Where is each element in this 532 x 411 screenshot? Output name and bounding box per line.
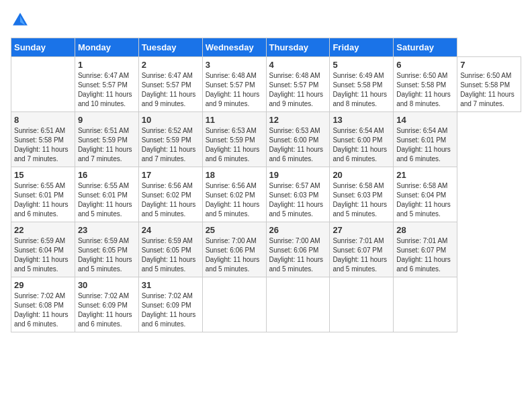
week-row-2: 8Sunrise: 6:51 AMSunset: 5:58 PMDaylight…: [11, 112, 521, 167]
calendar-cell: 12Sunrise: 6:53 AMSunset: 6:00 PMDayligh…: [266, 112, 330, 167]
day-number: 30: [78, 280, 136, 290]
week-row-4: 22Sunrise: 6:59 AMSunset: 6:04 PMDayligh…: [11, 222, 521, 277]
week-row-1: 1Sunrise: 6:47 AMSunset: 5:57 PMDaylight…: [11, 57, 521, 112]
day-number: 29: [14, 280, 72, 290]
day-info: Sunrise: 7:00 AMSunset: 6:06 PMDaylight:…: [269, 236, 327, 274]
day-info: Sunrise: 6:48 AMSunset: 5:57 PMDaylight:…: [206, 71, 263, 109]
page-header: [11, 11, 521, 30]
week-row-5: 29Sunrise: 7:02 AMSunset: 6:08 PMDayligh…: [11, 277, 521, 332]
day-header-friday: Friday: [330, 38, 394, 57]
calendar-table: SundayMondayTuesdayWednesdayThursdayFrid…: [11, 38, 521, 332]
day-number: 8: [14, 115, 72, 125]
day-info: Sunrise: 7:00 AMSunset: 6:06 PMDaylight:…: [206, 236, 263, 274]
day-info: Sunrise: 7:01 AMSunset: 6:07 PMDaylight:…: [396, 236, 454, 274]
day-info: Sunrise: 6:54 AMSunset: 6:00 PMDaylight:…: [332, 126, 390, 164]
calendar-cell: 24Sunrise: 6:59 AMSunset: 6:05 PMDayligh…: [138, 222, 202, 277]
calendar-cell: 27Sunrise: 7:01 AMSunset: 6:07 PMDayligh…: [330, 222, 394, 277]
calendar-cell: 19Sunrise: 6:57 AMSunset: 6:03 PMDayligh…: [266, 167, 330, 222]
day-number: 6: [396, 60, 454, 70]
calendar-cell: 22Sunrise: 6:59 AMSunset: 6:04 PMDayligh…: [11, 222, 75, 277]
day-header-thursday: Thursday: [266, 38, 330, 57]
day-info: Sunrise: 6:55 AMSunset: 6:01 PMDaylight:…: [14, 181, 72, 219]
calendar-cell: [11, 57, 75, 112]
calendar-cell: 17Sunrise: 6:56 AMSunset: 6:02 PMDayligh…: [138, 167, 202, 222]
calendar-cell: 31Sunrise: 7:02 AMSunset: 6:09 PMDayligh…: [138, 277, 202, 332]
day-info: Sunrise: 6:47 AMSunset: 5:57 PMDaylight:…: [142, 71, 200, 109]
day-info: Sunrise: 6:59 AMSunset: 6:04 PMDaylight:…: [14, 236, 72, 274]
calendar-cell: [202, 277, 266, 332]
day-info: Sunrise: 6:56 AMSunset: 6:02 PMDaylight:…: [206, 181, 263, 219]
calendar-cell: 18Sunrise: 6:56 AMSunset: 6:02 PMDayligh…: [202, 167, 266, 222]
calendar-cell: 6Sunrise: 6:50 AMSunset: 5:58 PMDaylight…: [394, 57, 457, 112]
day-header-monday: Monday: [75, 38, 138, 57]
calendar-cell: 9Sunrise: 6:51 AMSunset: 5:59 PMDaylight…: [75, 112, 138, 167]
calendar-cell: 15Sunrise: 6:55 AMSunset: 6:01 PMDayligh…: [11, 167, 75, 222]
header-row: SundayMondayTuesdayWednesdayThursdayFrid…: [11, 38, 521, 57]
calendar-cell: 16Sunrise: 6:55 AMSunset: 6:01 PMDayligh…: [75, 167, 138, 222]
day-number: 1: [78, 60, 136, 70]
day-info: Sunrise: 6:51 AMSunset: 5:58 PMDaylight:…: [14, 126, 72, 164]
day-number: 19: [269, 170, 327, 180]
day-number: 26: [269, 225, 327, 235]
day-number: 17: [142, 170, 200, 180]
day-number: 23: [78, 225, 136, 235]
day-number: 16: [78, 170, 136, 180]
day-number: 11: [206, 115, 263, 125]
day-info: Sunrise: 7:02 AMSunset: 6:09 PMDaylight:…: [142, 291, 200, 329]
day-header-saturday: Saturday: [394, 38, 457, 57]
day-info: Sunrise: 6:57 AMSunset: 6:03 PMDaylight:…: [269, 181, 327, 219]
day-number: 18: [206, 170, 263, 180]
day-number: 25: [206, 225, 263, 235]
day-number: 22: [14, 225, 72, 235]
calendar-cell: 26Sunrise: 7:00 AMSunset: 6:06 PMDayligh…: [266, 222, 330, 277]
calendar-cell: 29Sunrise: 7:02 AMSunset: 6:08 PMDayligh…: [11, 277, 75, 332]
logo-icon: [11, 11, 30, 30]
day-number: 21: [396, 170, 454, 180]
calendar-cell: 28Sunrise: 7:01 AMSunset: 6:07 PMDayligh…: [394, 222, 457, 277]
day-info: Sunrise: 7:02 AMSunset: 6:08 PMDaylight:…: [14, 291, 72, 329]
day-info: Sunrise: 6:49 AMSunset: 5:58 PMDaylight:…: [332, 71, 390, 109]
day-info: Sunrise: 6:53 AMSunset: 5:59 PMDaylight:…: [206, 126, 263, 164]
day-info: Sunrise: 6:50 AMSunset: 5:58 PMDaylight:…: [396, 71, 454, 109]
day-number: 14: [396, 115, 454, 125]
day-number: 24: [142, 225, 200, 235]
day-info: Sunrise: 6:50 AMSunset: 5:58 PMDaylight:…: [460, 71, 518, 109]
day-number: 20: [332, 170, 390, 180]
day-number: 31: [142, 280, 200, 290]
day-number: 12: [269, 115, 327, 125]
calendar-cell: 21Sunrise: 6:58 AMSunset: 6:04 PMDayligh…: [394, 167, 457, 222]
day-info: Sunrise: 6:47 AMSunset: 5:57 PMDaylight:…: [78, 71, 136, 109]
day-number: 15: [14, 170, 72, 180]
day-info: Sunrise: 6:55 AMSunset: 6:01 PMDaylight:…: [78, 181, 136, 219]
calendar-cell: 14Sunrise: 6:54 AMSunset: 6:01 PMDayligh…: [394, 112, 457, 167]
day-info: Sunrise: 6:48 AMSunset: 5:57 PMDaylight:…: [269, 71, 327, 109]
day-info: Sunrise: 6:59 AMSunset: 6:05 PMDaylight:…: [142, 236, 200, 274]
day-number: 5: [332, 60, 390, 70]
day-number: 13: [332, 115, 390, 125]
calendar-cell: 2Sunrise: 6:47 AMSunset: 5:57 PMDaylight…: [138, 57, 202, 112]
day-number: 3: [206, 60, 263, 70]
calendar-cell: 3Sunrise: 6:48 AMSunset: 5:57 PMDaylight…: [202, 57, 266, 112]
day-number: 9: [78, 115, 136, 125]
calendar-cell: 10Sunrise: 6:52 AMSunset: 5:59 PMDayligh…: [138, 112, 202, 167]
calendar-cell: 30Sunrise: 7:02 AMSunset: 6:09 PMDayligh…: [75, 277, 138, 332]
logo: [11, 11, 32, 30]
calendar-cell: [394, 277, 457, 332]
calendar-cell: 1Sunrise: 6:47 AMSunset: 5:57 PMDaylight…: [75, 57, 138, 112]
day-number: 10: [142, 115, 200, 125]
day-info: Sunrise: 6:52 AMSunset: 5:59 PMDaylight:…: [142, 126, 200, 164]
day-number: 28: [396, 225, 454, 235]
day-header-tuesday: Tuesday: [138, 38, 202, 57]
calendar-cell: 23Sunrise: 6:59 AMSunset: 6:05 PMDayligh…: [75, 222, 138, 277]
day-info: Sunrise: 6:58 AMSunset: 6:03 PMDaylight:…: [332, 181, 390, 219]
day-info: Sunrise: 7:01 AMSunset: 6:07 PMDaylight:…: [332, 236, 390, 274]
day-number: 7: [460, 60, 518, 70]
calendar-cell: 25Sunrise: 7:00 AMSunset: 6:06 PMDayligh…: [202, 222, 266, 277]
day-info: Sunrise: 6:53 AMSunset: 6:00 PMDaylight:…: [269, 126, 327, 164]
day-header-sunday: Sunday: [11, 38, 75, 57]
calendar-cell: 20Sunrise: 6:58 AMSunset: 6:03 PMDayligh…: [330, 167, 394, 222]
calendar-cell: 11Sunrise: 6:53 AMSunset: 5:59 PMDayligh…: [202, 112, 266, 167]
day-header-wednesday: Wednesday: [202, 38, 266, 57]
day-number: 27: [332, 225, 390, 235]
calendar-cell: 7Sunrise: 6:50 AMSunset: 5:58 PMDaylight…: [457, 57, 521, 112]
